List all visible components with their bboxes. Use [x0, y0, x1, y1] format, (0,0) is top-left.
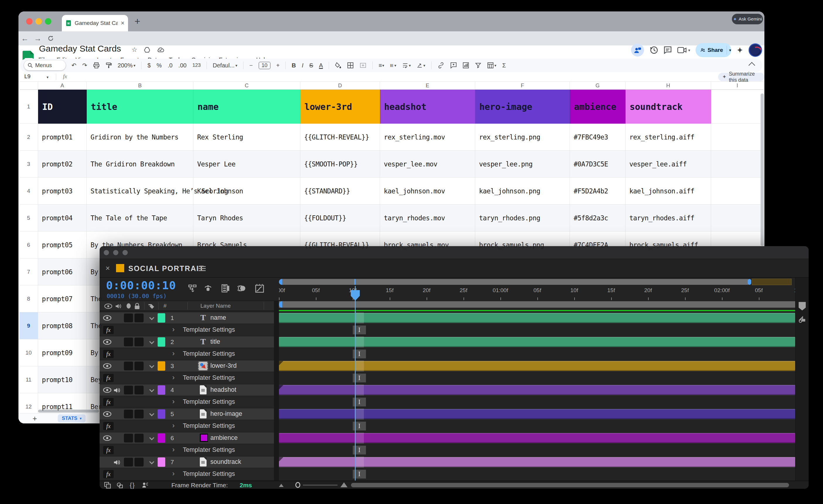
layer-bar-row[interactable] [279, 433, 795, 444]
eye-icon[interactable] [103, 411, 111, 417]
effect-name[interactable]: Templater Settings [183, 326, 235, 333]
cell[interactable]: headshot [380, 90, 475, 124]
layer-name[interactable]: headshot [210, 386, 236, 393]
lock-switch[interactable] [135, 314, 144, 322]
current-timecode[interactable]: 0:00:00:10 [106, 279, 176, 292]
maximize-window-button[interactable] [45, 18, 51, 25]
eye-icon[interactable] [103, 315, 111, 321]
cell[interactable]: prompt08 [38, 312, 87, 339]
menus-search-button[interactable]: Menus [24, 60, 65, 70]
reload-button[interactable] [44, 35, 57, 42]
motion-blur-icon[interactable] [237, 283, 247, 294]
bold-button[interactable]: B [292, 62, 296, 69]
solo-switch[interactable] [124, 458, 133, 467]
timeline-horizontal-scrollbar[interactable] [351, 483, 789, 487]
minimize-window-button[interactable] [35, 18, 42, 25]
cell[interactable]: ambience [570, 90, 626, 124]
shy-layers-icon[interactable] [203, 283, 213, 294]
effect-row[interactable]: fx › Templater Settings [100, 445, 274, 456]
cell[interactable]: name [193, 90, 300, 124]
time-navigator-start-handle[interactable] [279, 279, 282, 285]
cell[interactable]: taryn_rhodes.mov [380, 204, 475, 231]
more-formats-button[interactable]: 123 [192, 62, 201, 68]
text-color-button[interactable]: A [319, 62, 323, 69]
fill-color-icon[interactable] [335, 62, 341, 68]
browser-tab[interactable]: Gameday Stat Cards - Googl × [62, 15, 128, 31]
layer-color-swatch[interactable] [158, 409, 165, 419]
column-header[interactable]: I [711, 82, 764, 90]
cell[interactable]: Gridiron by the Numbers [87, 124, 193, 151]
layer-bar-row[interactable] [279, 408, 795, 419]
ask-gemini-button[interactable]: ✦ Ask Gemini [732, 14, 763, 24]
layer-color-swatch[interactable] [158, 385, 165, 395]
name-box-caret-icon[interactable]: ▾ [46, 75, 49, 79]
cell[interactable]: kael_johnson.png [475, 178, 570, 204]
cell[interactable]: prompt02 [38, 151, 87, 178]
format-percent-button[interactable]: % [156, 62, 162, 69]
eye-icon[interactable] [103, 387, 111, 393]
cell[interactable]: rex_sterling.aiff [626, 124, 711, 151]
row-number[interactable]: 2 [19, 124, 38, 151]
cell[interactable]: prompt10 [38, 366, 87, 393]
lock-switch[interactable] [135, 338, 144, 346]
cell[interactable]: Kael Johnson [193, 178, 300, 204]
effect-row[interactable]: fx › Templater Settings [100, 348, 274, 359]
close-window-button[interactable] [104, 250, 109, 255]
layer-name[interactable]: title [210, 338, 220, 345]
solo-switch[interactable] [124, 434, 133, 443]
effect-name[interactable]: Templater Settings [183, 374, 235, 381]
eye-icon[interactable] [103, 435, 111, 441]
add-sheet-button[interactable]: + [32, 414, 37, 423]
zoom-slider-track[interactable] [303, 485, 338, 486]
merge-cells-icon[interactable] [359, 62, 366, 68]
graph-editor-icon[interactable] [254, 283, 265, 294]
share-caret-icon[interactable]: ▾ [729, 48, 731, 52]
text-wrap-button[interactable]: ▾ [402, 62, 411, 68]
row-number[interactable]: 1 [19, 90, 38, 124]
cell[interactable] [711, 178, 764, 204]
layer-row[interactable]: 5 hero-image [100, 408, 274, 419]
format-currency-button[interactable]: $ [147, 62, 151, 69]
column-header[interactable]: G [570, 82, 626, 90]
effect-name[interactable]: Templater Settings [183, 350, 235, 357]
effect-name[interactable]: Templater Settings [183, 446, 235, 454]
composition-name[interactable]: SOCIAL PORTRAIT [128, 264, 204, 273]
join-call-button[interactable]: ▾ [677, 46, 690, 54]
layer-name[interactable]: hero-image [210, 410, 242, 417]
presence-indicator[interactable] [631, 44, 644, 56]
chevron-right-icon[interactable]: › [172, 373, 175, 381]
minimize-window-button[interactable] [113, 250, 118, 255]
transfer-controls-icon[interactable] [116, 482, 124, 489]
effect-row[interactable]: fx › Templater Settings [100, 372, 274, 383]
summarize-data-button[interactable]: ✦ Summarize this data [718, 73, 765, 81]
layer-row[interactable]: 4 headshot [100, 384, 274, 395]
panel-divider[interactable] [274, 301, 279, 481]
cell[interactable]: Vesper Lee [193, 151, 300, 178]
row-number[interactable]: 4 [19, 178, 38, 204]
speaker-icon[interactable] [113, 387, 120, 394]
chevron-right-icon[interactable]: › [172, 422, 175, 430]
render-time-column-icon[interactable] [141, 482, 149, 489]
text-rotation-button[interactable]: ▾ [417, 62, 426, 68]
cell[interactable] [711, 124, 764, 151]
cell[interactable]: lower-3rd [300, 90, 380, 124]
comp-marker-bin-icon[interactable] [798, 301, 807, 311]
layer-name-column-header[interactable]: Layer Name [200, 303, 231, 309]
chevron-down-icon[interactable] [149, 411, 154, 416]
effect-row[interactable]: fx › Templater Settings [100, 396, 274, 407]
chevron-right-icon[interactable]: › [172, 325, 175, 333]
chevron-down-icon[interactable] [149, 387, 154, 392]
row-number[interactable]: 8 [19, 286, 38, 312]
cell[interactable]: {{FOLDOUT}} [300, 204, 380, 231]
layer-row[interactable]: 1 T name [100, 312, 274, 324]
cell[interactable]: rex_sterling.mov [380, 124, 475, 151]
sheet-tab-caret-icon[interactable]: ▾ [80, 416, 81, 421]
row-number[interactable]: 7 [19, 259, 38, 286]
zoom-in-icon[interactable] [340, 482, 347, 487]
solo-switch[interactable] [124, 386, 133, 394]
solo-switch[interactable] [124, 338, 133, 346]
star-document-icon[interactable]: ☆ [132, 46, 137, 54]
column-header[interactable]: E [380, 82, 475, 90]
cell[interactable]: Statistically Speaking, He’s Scoring [87, 178, 193, 204]
cell[interactable]: kael_johnson.aiff [626, 178, 711, 204]
